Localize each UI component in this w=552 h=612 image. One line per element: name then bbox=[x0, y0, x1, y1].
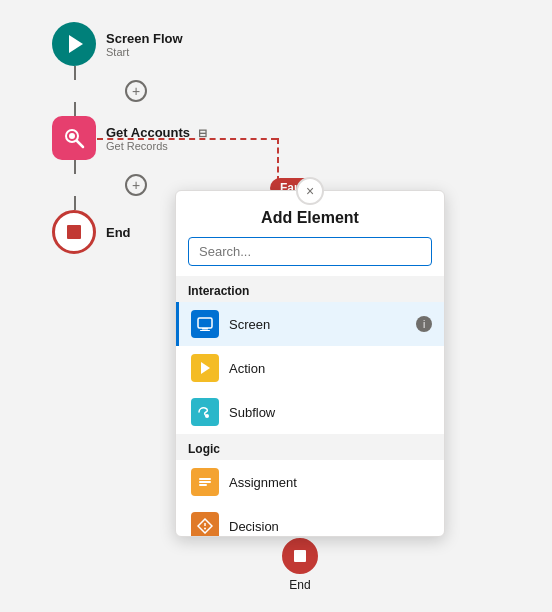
screen-info-icon[interactable]: i bbox=[416, 316, 432, 332]
element-item-action[interactable]: Action bbox=[176, 346, 444, 390]
svg-point-7 bbox=[205, 414, 209, 418]
svg-point-1 bbox=[69, 133, 75, 139]
modal-close-button[interactable]: × bbox=[296, 177, 324, 205]
svg-rect-8 bbox=[199, 478, 211, 480]
svg-rect-4 bbox=[202, 328, 208, 330]
svg-rect-9 bbox=[199, 481, 211, 483]
play-icon bbox=[69, 35, 83, 53]
start-icon bbox=[52, 22, 96, 66]
element-item-screen[interactable]: Screen i bbox=[176, 302, 444, 346]
get-accounts-subtitle: Get Records bbox=[106, 140, 207, 152]
bottom-stop-icon bbox=[294, 550, 306, 562]
connector-line-2 bbox=[74, 102, 76, 116]
assignment-icon bbox=[191, 468, 219, 496]
flow-canvas: Screen Flow Start + Get Accounts ⊟ Get R… bbox=[0, 0, 552, 612]
get-accounts-badge: ⊟ bbox=[198, 127, 207, 139]
bottom-end-icon bbox=[282, 538, 318, 574]
connector-line-1 bbox=[74, 66, 76, 80]
svg-marker-6 bbox=[201, 362, 210, 374]
svg-rect-5 bbox=[200, 330, 210, 331]
subflow-label: Subflow bbox=[229, 405, 432, 420]
start-node-title: Screen Flow bbox=[106, 31, 183, 46]
element-item-decision[interactable]: Decision bbox=[176, 504, 444, 536]
end-node-icon bbox=[52, 210, 96, 254]
end-node-title: End bbox=[106, 225, 131, 240]
stop-icon bbox=[67, 225, 81, 239]
bottom-end-node: End bbox=[282, 538, 318, 592]
element-search-input[interactable] bbox=[188, 237, 432, 266]
svg-rect-3 bbox=[198, 318, 212, 328]
end-node-label: End bbox=[106, 225, 131, 240]
svg-point-13 bbox=[204, 528, 206, 530]
decision-icon bbox=[191, 512, 219, 536]
bottom-end-label: End bbox=[289, 578, 310, 592]
query-icon bbox=[63, 127, 85, 149]
action-icon bbox=[191, 354, 219, 382]
add-node-button-1[interactable]: + bbox=[125, 80, 147, 102]
subflow-icon bbox=[191, 398, 219, 426]
start-node-label: Screen Flow Start bbox=[106, 31, 183, 58]
add-element-modal: × Add Element Interaction Scree bbox=[175, 190, 445, 537]
assignment-label: Assignment bbox=[229, 475, 432, 490]
get-accounts-icon bbox=[52, 116, 96, 160]
modal-body: Interaction Screen i bbox=[176, 276, 444, 536]
section-logic: Logic bbox=[176, 434, 444, 460]
action-label: Action bbox=[229, 361, 432, 376]
section-interaction: Interaction bbox=[176, 276, 444, 302]
start-node: Screen Flow Start bbox=[52, 22, 183, 66]
add-node-button-2[interactable]: + bbox=[125, 174, 147, 196]
element-item-assignment[interactable]: Assignment bbox=[176, 460, 444, 504]
element-item-subflow[interactable]: Subflow bbox=[176, 390, 444, 434]
svg-rect-10 bbox=[199, 484, 207, 486]
fault-line-h bbox=[97, 138, 277, 140]
screen-icon bbox=[191, 310, 219, 338]
fault-line-v bbox=[277, 138, 279, 182]
end-node: End bbox=[52, 210, 131, 254]
start-node-subtitle: Start bbox=[106, 46, 183, 58]
connector-line-3 bbox=[74, 160, 76, 174]
screen-label: Screen bbox=[229, 317, 406, 332]
connector-line-4 bbox=[74, 196, 76, 210]
svg-line-2 bbox=[77, 141, 83, 147]
decision-label: Decision bbox=[229, 519, 432, 534]
